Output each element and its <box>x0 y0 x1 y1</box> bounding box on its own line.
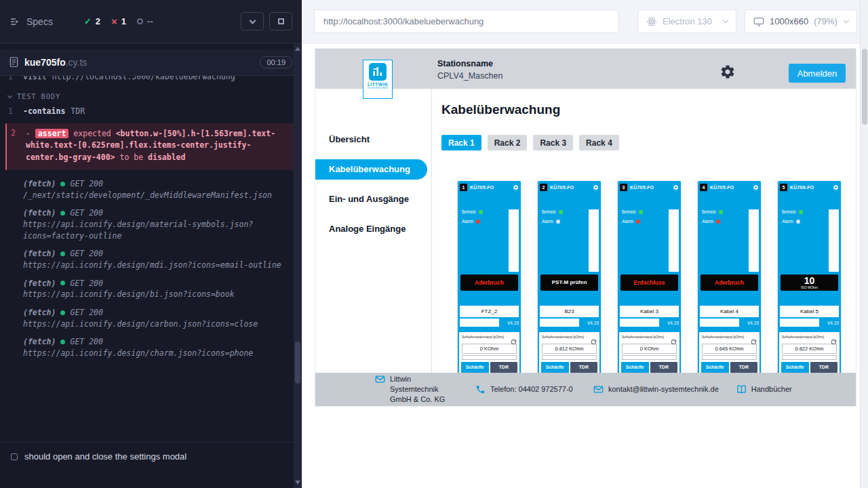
station-label: Stationsname <box>437 58 502 70</box>
assert-badge: assert <box>35 129 69 138</box>
tdr-button[interactable]: TDR <box>490 362 518 373</box>
module-gear-icon[interactable] <box>833 184 839 190</box>
fetch-tag: (fetch) <box>23 336 56 348</box>
footer-item[interactable]: Telefon: 04402 972577-0 <box>475 384 576 394</box>
cable-name-box[interactable]: Kabel 3 <box>620 306 679 317</box>
fetch-log-entry[interactable]: (fetch) GET 200 https://api.iconify.desi… <box>8 207 295 241</box>
tdr-button[interactable]: TDR <box>810 362 838 373</box>
rack-tab[interactable]: Rack 4 <box>579 135 619 150</box>
refresh-icon[interactable] <box>510 338 517 346</box>
chevron-down-icon <box>7 94 12 98</box>
fetch-log-entry[interactable]: (fetch) GET 200 https://api.iconify.desi… <box>8 307 295 329</box>
fetch-head: (fetch) GET 200 <box>23 178 295 190</box>
rack-tab-label: Rack 1 <box>448 138 475 148</box>
sidebar-nav-item[interactable]: Analoge Eingänge <box>315 219 431 239</box>
scroll-down-arrow[interactable] <box>295 481 300 485</box>
cable-monitor-card: 1 KÜ705-FO Betrieb Alarm <box>458 181 521 373</box>
schleife-button[interactable]: Schleife <box>621 362 649 373</box>
module-gear-icon[interactable] <box>753 184 759 190</box>
browser-selector[interactable]: Electron 130 <box>637 9 736 33</box>
footer-item[interactable]: kontakt@littwin-systemtechnik.de <box>593 384 719 394</box>
runner-scrollbar[interactable] <box>294 43 302 488</box>
sidebar-item-label: Übersicht <box>329 134 370 144</box>
rack-tab[interactable]: Rack 3 <box>533 135 573 150</box>
resistance-empty-box <box>782 355 837 360</box>
refresh-icon[interactable] <box>590 338 597 346</box>
level-meter <box>509 209 519 272</box>
module-status-button[interactable]: 10 ISO MOhm <box>781 274 838 291</box>
cable-name-box[interactable]: Kabel 5 <box>780 306 839 317</box>
refresh-icon[interactable] <box>670 338 677 346</box>
sidebar-nav-item[interactable]: Übersicht <box>315 129 431 150</box>
visit-command[interactable]: 1 visit http://localhost:3000/kabelueber… <box>8 76 295 83</box>
footer-item[interactable]: Littwin Systemtechnik GmbH & Co. KG <box>375 374 458 405</box>
page-scrollbar[interactable] <box>860 0 868 488</box>
success-dot-icon <box>60 211 65 216</box>
line-number: 2 <box>11 128 20 164</box>
stop-icon <box>278 18 284 24</box>
rack-tab[interactable]: Rack 2 <box>488 135 528 150</box>
indicator-section: Betrieb Alarm <box>778 209 841 272</box>
sidebar-nav-item[interactable]: Ein- und Ausgänge <box>315 189 431 209</box>
module-status-button[interactable]: Aderbruch <box>460 274 518 291</box>
specs-toggle[interactable]: Specs <box>9 16 53 27</box>
collapsed-test-row[interactable]: should open and close the settings modal <box>0 442 294 470</box>
schleife-button[interactable]: Schleife <box>461 362 489 373</box>
refresh-icon[interactable] <box>750 338 757 346</box>
refresh-icon[interactable] <box>830 338 837 346</box>
littwin-logo-icon <box>369 63 387 81</box>
module-gear-icon[interactable] <box>593 184 599 190</box>
assert-mid: to be <box>120 152 144 162</box>
logout-button[interactable]: Abmelden <box>789 64 846 83</box>
indicator-section: Betrieb Alarm <box>458 209 521 272</box>
test-body-header[interactable]: TEST BODY <box>8 92 295 100</box>
book-icon <box>736 384 747 394</box>
fetch-url: https://api.iconify.design/carbon.json?i… <box>23 319 295 330</box>
module-status-button[interactable]: Aderbruch <box>701 274 758 291</box>
footer-item[interactable]: Handbücher <box>736 384 792 394</box>
scrollbar-thumb[interactable] <box>295 342 300 384</box>
stat-passed: ✓2 <box>84 16 100 26</box>
fetch-log-entry[interactable]: (fetch) GET 200 https://api.iconify.desi… <box>8 278 295 300</box>
resistance-panel: Schleifenwiderstand [kOhm] 0.812 KOhm Sc… <box>539 332 599 373</box>
rack-tab[interactable]: Rack 1 <box>441 135 481 150</box>
schleife-button[interactable]: Schleife <box>781 362 809 373</box>
module-gear-icon[interactable] <box>673 184 679 190</box>
fetch-url: /_next/static/development/_devMiddleware… <box>23 190 295 201</box>
browser-name: Electron 130 <box>663 16 712 26</box>
stop-tests-button[interactable] <box>269 12 292 30</box>
fetch-log-entry[interactable]: (fetch) GET 200 /_next/static/developmen… <box>8 178 295 201</box>
spec-header[interactable]: kue705fo.cy.ts 00:19 <box>0 49 302 76</box>
assert-state: disabled <box>148 152 185 162</box>
footer-icon <box>475 384 486 394</box>
sidebar-nav-item[interactable]: Kabelüberwachung <box>315 159 427 180</box>
fetch-status: GET 200 <box>70 336 102 348</box>
schleife-button[interactable]: Schleife <box>541 362 569 373</box>
fetch-log-entry[interactable]: (fetch) GET 200 https://api.iconify.desi… <box>8 248 295 270</box>
module-status-button[interactable]: PST-M prüfen <box>540 274 598 291</box>
cable-name-box[interactable]: Kabel 4 <box>700 306 759 317</box>
station-value: CPLV4_Maschen <box>437 70 502 82</box>
tdr-button[interactable]: TDR <box>730 362 758 373</box>
cable-name-box[interactable]: FTZ_2 <box>460 306 519 317</box>
url-input[interactable]: http://localhost:3000/kabelueberwachung <box>314 9 619 33</box>
assert-dash: - <box>26 129 31 138</box>
schleife-button[interactable]: Schleife <box>701 362 729 373</box>
collapse-all-button[interactable] <box>241 12 264 30</box>
module-gear-icon[interactable] <box>513 184 519 190</box>
module-status-button[interactable]: Erdschluss <box>620 274 678 291</box>
scroll-up-arrow[interactable] <box>295 47 300 51</box>
line-number: 1 <box>8 106 18 117</box>
tdr-button[interactable]: TDR <box>650 362 678 373</box>
cable-secondary-row: V4.19 <box>620 319 679 327</box>
alarm-led <box>476 220 480 224</box>
settings-gear-icon[interactable] <box>719 64 736 83</box>
page-scrollbar-thumb[interactable] <box>862 49 867 125</box>
fetch-log-entry[interactable]: (fetch) GET 200 https://api.iconify.desi… <box>8 336 295 359</box>
tdr-button[interactable]: TDR <box>570 362 598 373</box>
contains-command[interactable]: 1 -contains TDR <box>8 106 295 117</box>
success-dot-icon <box>60 281 65 285</box>
cable-name-box[interactable]: B23 <box>540 306 599 317</box>
viewport-selector[interactable]: 1000x660 (79%) <box>745 9 857 33</box>
failed-assert-command[interactable]: 2 - assert expected <button.w-[50%].h-[1… <box>5 123 295 170</box>
